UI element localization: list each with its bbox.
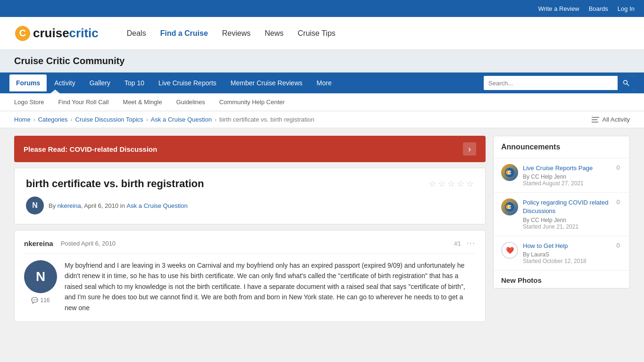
reply-count: 116 <box>40 297 50 304</box>
subnav-guidelines[interactable]: Guidelines <box>176 99 205 106</box>
nav-deals[interactable]: Deals <box>127 29 146 38</box>
svg-rect-6 <box>592 122 598 123</box>
svg-line-3 <box>627 84 629 86</box>
announcements-title: Announcements <box>494 136 629 158</box>
cc-logo-icon: C <box>504 167 515 178</box>
star-2: ☆ <box>438 179 446 189</box>
reply-icon: 💬 <box>31 297 38 304</box>
announcements-card: Announcements C Live Cruise Reports Page… <box>493 136 630 288</box>
announcement-title-1[interactable]: Live Cruise Reports Page <box>523 164 610 173</box>
nav-member-cruise-reviews[interactable]: Member Cruise Reviews <box>224 74 309 91</box>
nav-gallery[interactable]: Gallery <box>83 74 117 91</box>
announcement-count-2: 0 <box>614 198 622 206</box>
thread-title: birth certificate vs. birth registration <box>26 178 204 190</box>
breadcrumb-sep-1: › <box>33 116 35 123</box>
announcement-content-2: Policy regarding COVID related Discussio… <box>523 198 610 230</box>
star-3: ☆ <box>447 179 455 189</box>
nav-reviews[interactable]: Reviews <box>222 29 250 38</box>
subnav-find-roll-call[interactable]: Find Your Roll Call <box>58 99 109 106</box>
all-activity-link[interactable]: All Activity <box>592 116 630 123</box>
subnav-community-help[interactable]: Community Help Center <box>219 99 285 106</box>
thread-author[interactable]: nkereina, <box>58 202 83 209</box>
community-title: Cruise Critic Community <box>14 56 630 66</box>
search-button[interactable] <box>618 76 635 90</box>
thread-title-row: birth certificate vs. birth registration… <box>26 178 474 190</box>
breadcrumb: Home › Categories › Cruise Discussion To… <box>14 116 314 123</box>
forums-nav-items: Forums Activity Gallery Top 10 Live Crui… <box>9 74 484 91</box>
announcement-icon-1: C <box>501 164 518 181</box>
svg-text:C: C <box>508 170 511 175</box>
announcement-icon-3: ❤️ <box>501 242 518 259</box>
nav-more[interactable]: More <box>310 74 339 91</box>
search-icon <box>623 80 629 86</box>
post-text: My boyfriend and I are leaving in 3 week… <box>65 260 476 313</box>
announcement-count-1: 0 <box>614 164 622 171</box>
post-menu-button[interactable]: ··· <box>467 239 476 247</box>
by-label: By <box>49 202 56 209</box>
breadcrumb-cruise-discussion[interactable]: Cruise Discussion Topics <box>75 116 143 123</box>
announcement-title-3[interactable]: How to Get Help <box>523 242 610 250</box>
announcement-item-3: ❤️ How to Get Help By LauraS Started Oct… <box>494 236 629 271</box>
star-4: ☆ <box>457 179 464 189</box>
subnav-meet-mingle[interactable]: Meet & Mingle <box>123 99 162 106</box>
breadcrumb-bar: Home › Categories › Cruise Discussion To… <box>0 111 644 128</box>
covid-banner[interactable]: Please Read: COVID-related Discussion › <box>14 136 486 162</box>
nav-live-cruise-reports[interactable]: Live Cruise Reports <box>152 74 223 91</box>
star-5: ☆ <box>466 179 474 189</box>
post-reply-count: 💬 116 <box>31 297 50 304</box>
nav-forums[interactable]: Forums <box>9 74 47 91</box>
breadcrumb-categories[interactable]: Categories <box>38 116 68 123</box>
sub-nav: Logo Store Find Your Roll Call Meet & Mi… <box>0 93 644 111</box>
post-card: nkereina Posted April 6, 2010 #1 ··· N 💬 <box>14 230 486 322</box>
logo-icon: C <box>14 25 31 42</box>
main-layout: Please Read: COVID-related Discussion › … <box>0 128 644 329</box>
thread-header-card: birth certificate vs. birth registration… <box>14 168 486 224</box>
post-content: N 💬 116 My boyfriend and I are leaving i… <box>24 260 476 313</box>
announcement-count-3: 0 <box>614 242 622 249</box>
breadcrumb-home[interactable]: Home <box>14 116 31 123</box>
forums-nav: Forums Activity Gallery Top 10 Live Crui… <box>0 73 644 93</box>
nav-top10[interactable]: Top 10 <box>118 74 151 91</box>
covid-banner-arrow: › <box>463 142 476 156</box>
post-header: nkereina Posted April 6, 2010 #1 ··· <box>24 239 476 254</box>
announcement-date-1: Started August 27, 2021 <box>523 180 610 187</box>
breadcrumb-sep-4: › <box>215 116 216 123</box>
post-avatar: N <box>24 260 57 293</box>
star-rating[interactable]: ☆ ☆ ☆ ☆ ☆ <box>429 179 474 189</box>
announcement-by-3: By LauraS <box>523 251 610 258</box>
login-link[interactable]: Log In <box>618 5 635 12</box>
main-nav: Deals Find a Cruise Reviews News Cruise … <box>127 29 336 38</box>
post-date: Posted April 6, 2010 <box>61 240 116 247</box>
breadcrumb-ask-cruise[interactable]: Ask a Cruise Question <box>151 116 212 123</box>
covid-banner-text: Please Read: COVID-related Discussion <box>24 145 157 153</box>
announcement-by-2: By CC Help Jenn <box>523 217 610 223</box>
search-input[interactable] <box>484 76 618 90</box>
post-username[interactable]: nkereina <box>24 239 53 247</box>
search-bar <box>484 76 635 90</box>
svg-point-2 <box>624 81 627 84</box>
write-review-link[interactable]: Write a Review <box>538 5 579 12</box>
post-avatar-area: N 💬 116 <box>24 260 57 313</box>
post-number: #1 <box>454 240 461 247</box>
site-logo[interactable]: C cruisecritic <box>14 25 99 42</box>
breadcrumb-sep-2: › <box>71 116 73 123</box>
announcement-item-2: C Policy regarding COVID related Discuss… <box>494 193 629 236</box>
announcement-by-1: By CC Help Jenn <box>523 173 610 180</box>
thread-category[interactable]: Ask a Cruise Question <box>127 202 188 209</box>
announcement-title-2[interactable]: Policy regarding COVID related Discussio… <box>523 198 610 215</box>
announcement-date-2: Started June 21, 2021 <box>523 223 610 230</box>
nav-activity[interactable]: Activity <box>48 74 82 91</box>
svg-text:C: C <box>19 28 26 38</box>
svg-text:C: C <box>508 205 511 210</box>
nav-cruise-tips[interactable]: Cruise Tips <box>298 29 336 38</box>
nav-news[interactable]: News <box>265 29 284 38</box>
announcement-content-1: Live Cruise Reports Page By CC Help Jenn… <box>523 164 610 187</box>
svg-rect-5 <box>592 119 597 120</box>
nav-find-cruise[interactable]: Find a Cruise <box>160 29 208 38</box>
thread-meta: N By nkereina, April 6, 2010 in Ask a Cr… <box>26 197 474 214</box>
boards-link[interactable]: Boards <box>589 5 608 12</box>
announcement-date-3: Started October 12, 2018 <box>523 258 610 264</box>
subnav-logo-store[interactable]: Logo Store <box>14 99 44 106</box>
new-photos-title: New Photos <box>494 271 629 288</box>
site-header: C cruisecritic Deals Find a Cruise Revie… <box>0 17 644 50</box>
